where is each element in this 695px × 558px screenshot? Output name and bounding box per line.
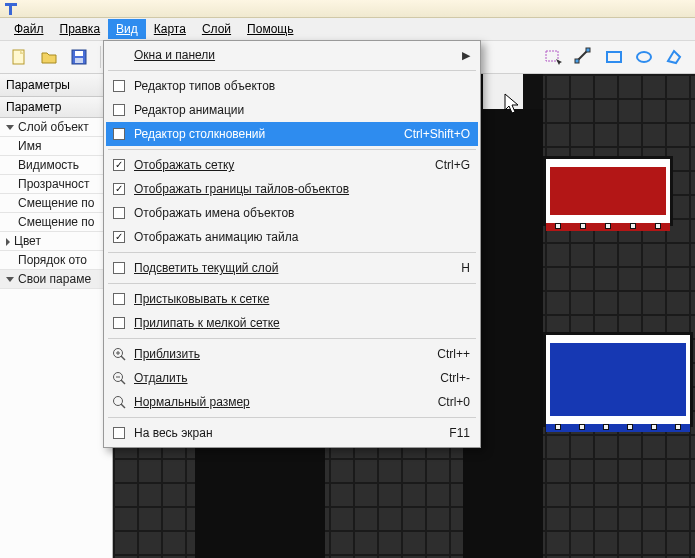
menu-edit[interactable]: Правка — [52, 19, 109, 39]
svg-line-14 — [121, 356, 125, 360]
prop-order[interactable]: Порядок ото — [0, 251, 112, 270]
zoom-in-icon — [110, 347, 128, 361]
menu-highlight-layer[interactable]: Подсветить текущий слой H — [106, 256, 478, 280]
menu-windows-panels[interactable]: Окна и панели ▶ — [106, 43, 478, 67]
menu-zoom-out[interactable]: Отдалить Ctrl+- — [106, 366, 478, 390]
menu-show-grid[interactable]: Отображать сетку Ctrl+G — [106, 153, 478, 177]
app-icon — [4, 2, 18, 16]
menu-type-editor[interactable]: Редактор типов объектов — [106, 74, 478, 98]
title-bar — [0, 0, 695, 18]
edit-points-button[interactable] — [571, 44, 597, 70]
prop-offset-y[interactable]: Смещение по — [0, 213, 112, 232]
menu-layer[interactable]: Слой — [194, 19, 239, 39]
menu-animation-editor[interactable]: Редактор анимации — [106, 98, 478, 122]
prop-opacity[interactable]: Прозрачност — [0, 175, 112, 194]
section-custom[interactable]: Свои параме — [0, 270, 112, 289]
save-button[interactable] — [66, 44, 92, 70]
menu-snap-fine[interactable]: Прилипать к мелкой сетке — [106, 311, 478, 335]
menu-show-tile-animation[interactable]: Отображать анимацию тайла — [106, 225, 478, 249]
rect-tool-button[interactable] — [601, 44, 627, 70]
menu-file[interactable]: Файл — [6, 19, 52, 39]
panel-title: Параметры — [0, 74, 112, 97]
zoom-reset-icon — [110, 395, 128, 409]
svg-rect-8 — [575, 59, 579, 63]
submenu-arrow-icon: ▶ — [462, 49, 470, 62]
ellipse-tool-button[interactable] — [631, 44, 657, 70]
properties-panel: Параметры Параметр Слой объект Имя Видим… — [0, 74, 113, 558]
open-button[interactable] — [36, 44, 62, 70]
menu-snap-grid[interactable]: Пристыковывать к сетке — [106, 287, 478, 311]
prop-visibility[interactable]: Видимость — [0, 156, 112, 175]
svg-rect-9 — [586, 48, 590, 52]
svg-rect-10 — [607, 52, 621, 62]
select-tool-button[interactable] — [541, 44, 567, 70]
section-layer[interactable]: Слой объект — [0, 118, 112, 137]
svg-rect-1 — [9, 3, 12, 15]
menu-map[interactable]: Карта — [146, 19, 194, 39]
prop-color[interactable]: Цвет — [0, 232, 112, 251]
prop-offset-x[interactable]: Смещение по — [0, 194, 112, 213]
menu-zoom-in[interactable]: Приблизить Ctrl++ — [106, 342, 478, 366]
view-menu-dropdown: Окна и панели ▶ Редактор типов объектов … — [103, 40, 481, 448]
svg-marker-12 — [668, 51, 680, 63]
polygon-tool-button[interactable] — [661, 44, 687, 70]
svg-rect-2 — [13, 50, 24, 64]
svg-line-18 — [121, 380, 125, 384]
menu-collision-editor[interactable]: Редактор столкновений Ctrl+Shift+O — [106, 122, 478, 146]
menu-view[interactable]: Вид — [108, 19, 146, 39]
svg-point-11 — [637, 52, 651, 62]
svg-line-21 — [121, 404, 125, 408]
svg-rect-6 — [75, 58, 83, 63]
menu-show-object-names[interactable]: Отображать имена объектов — [106, 201, 478, 225]
menu-normal-size[interactable]: Нормальный размер Ctrl+0 — [106, 390, 478, 414]
zoom-out-icon — [110, 371, 128, 385]
toolbar-separator — [100, 46, 101, 68]
menu-help[interactable]: Помощь — [239, 19, 301, 39]
svg-rect-7 — [546, 51, 558, 61]
new-button[interactable] — [6, 44, 32, 70]
menu-fullscreen[interactable]: На весь экран F11 — [106, 421, 478, 445]
svg-rect-5 — [75, 51, 83, 56]
prop-name[interactable]: Имя — [0, 137, 112, 156]
panel-column-header: Параметр — [0, 97, 112, 118]
menu-bar: Файл Правка Вид Карта Слой Помощь — [0, 18, 695, 40]
menu-show-tile-bounds[interactable]: Отображать границы тайлов-объектов — [106, 177, 478, 201]
